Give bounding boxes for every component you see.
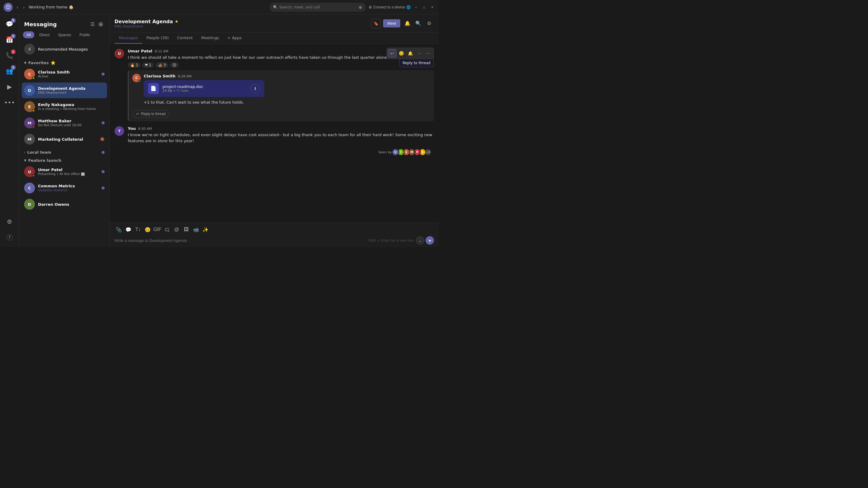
text-format-button[interactable]: T↕ [134, 225, 142, 234]
contact-item-common[interactable]: C Common Metrics Usability research [22, 180, 107, 196]
reaction-fire[interactable]: 🔥 1 [128, 62, 141, 68]
contact-status-clarissa: Active [38, 74, 98, 78]
rail-item-help[interactable]: ? [2, 230, 17, 245]
mention-button[interactable]: @ [173, 225, 181, 234]
avatar-development: D [24, 85, 35, 96]
rail-item-messaging[interactable]: 💬 5 [2, 17, 17, 31]
contact-item-matthew[interactable]: M Matthew Baker Do Not Disturb until 16:… [22, 115, 107, 131]
new-chat-button[interactable]: ⊕ [97, 19, 104, 29]
video-button[interactable]: 📹 [192, 225, 200, 234]
thread-text-clarissa: +1 to that. Can't wait to see what the f… [144, 99, 430, 105]
avatar-wrap-marketing: M [24, 134, 35, 144]
search-bar[interactable]: 🔍 Search, meet, and call ⊕ [270, 3, 366, 12]
reaction-thumbsup[interactable]: 👍🏽 3 [156, 62, 168, 68]
close-button[interactable]: × [430, 4, 435, 10]
user-avatar[interactable]: 😊 [4, 3, 13, 12]
rail-item-more[interactable]: ••• [2, 95, 17, 110]
rail-item-apps[interactable]: ▶ [2, 79, 17, 94]
reply-thread-action-button[interactable]: ↩ [388, 49, 396, 58]
apps-icon: ▶ [7, 83, 12, 90]
ai-button[interactable]: ✨ [201, 225, 210, 234]
filter-tab-direct[interactable]: Direct [36, 31, 53, 38]
unread-dot-umar [101, 170, 104, 173]
thread-sender-clarissa: Clarissa Smith [144, 74, 176, 78]
sticker-button[interactable]: 🗯 [163, 225, 171, 234]
filter-tab-all[interactable]: All [23, 31, 34, 38]
mute-icon: 🔕 [100, 137, 104, 141]
rail-item-contacts[interactable]: 👥 1 [2, 64, 17, 78]
settings-chat-icon[interactable]: ⚙ [424, 19, 434, 28]
edge-icon: 🌐 [406, 5, 411, 9]
sidebar: Messaging ☰ ⊕ All Direct Spaces Public ⚡… [19, 14, 110, 247]
reply-to-thread-tooltip: Reply to thread [399, 59, 434, 67]
avatar-wrap-clarissa: C [24, 69, 35, 79]
tab-meetings[interactable]: Meetings [197, 33, 223, 44]
contact-name-clarissa: Clarissa Smith [38, 70, 98, 74]
avatar-common: C [24, 183, 35, 193]
tab-messages[interactable]: Messages [115, 33, 142, 44]
avatar-wrap-darren: D [24, 199, 35, 210]
input-hint: Shift + Enter for a new line [369, 238, 413, 242]
reaction-smile-add[interactable]: 😊 [170, 62, 179, 68]
send-button[interactable]: ➤ [426, 236, 434, 245]
msg-name-umar: Umar Patel [128, 49, 152, 53]
sidebar-title: Messaging [24, 21, 57, 27]
contact-item-emily[interactable]: E Emily Nakagawa In a meeting • Working … [22, 99, 107, 115]
forward-button-action[interactable]: → [415, 49, 424, 58]
connect-device-button[interactable]: 🖥 Connect to a device 🌐 [368, 5, 411, 9]
title-bar: 😊 ‹ › Working from home 🏠 🔍 Search, meet… [0, 0, 439, 14]
emoji-button[interactable]: 😊 [144, 225, 152, 234]
image-button[interactable]: 🖼 [182, 225, 190, 234]
message-input[interactable] [115, 238, 366, 243]
app-window: 😊 ‹ › Working from home 🏠 🔍 Search, meet… [0, 0, 439, 247]
maximize-button[interactable]: □ [421, 4, 427, 10]
more-actions-button[interactable]: ⋯ [424, 49, 433, 58]
filter-icon[interactable]: ☰ [89, 19, 96, 29]
reply-to-thread-button[interactable]: ↩ Reply to thread [132, 110, 169, 118]
notify-button[interactable]: 🔔 [406, 49, 414, 58]
contact-item-umar[interactable]: U Umar Patel Presenting • At the office … [22, 164, 107, 180]
chat-tabs: Messages People (30) Content Meetings + … [110, 33, 439, 44]
tab-people[interactable]: People (30) [142, 33, 173, 44]
save-icon[interactable]: 🔖 [371, 19, 381, 28]
contact-item-clarissa[interactable]: C Clarissa Smith Active [22, 66, 107, 82]
file-download-button[interactable]: ⬇ [250, 84, 260, 93]
rail-item-calls[interactable]: 📞 1 [2, 48, 17, 63]
attach-file-button[interactable]: 📎 [115, 225, 123, 234]
file-icon: 📄 [148, 83, 159, 94]
favorites-section-header[interactable]: ▼ Favorites ⭐ [22, 58, 107, 66]
monitor-icon: 🖥 [368, 5, 372, 9]
sidebar-content: ⚡ Recommended Messages ▼ Favorites ⭐ C [19, 41, 110, 247]
emoji-reaction-button[interactable]: 😊 [397, 49, 405, 58]
forward-button[interactable]: › [22, 4, 27, 11]
contact-item-darren[interactable]: D Darren Owens [22, 196, 107, 212]
avatar-wrap-umar: U [24, 166, 35, 177]
contact-item-marketing[interactable]: M Marketing Collateral 🔕 [22, 131, 107, 147]
back-button[interactable]: ‹ [15, 4, 20, 11]
filter-tabs: All Direct Spaces Public [19, 31, 110, 38]
minimize-button[interactable]: − [413, 4, 419, 10]
search-messages-icon[interactable]: 🔍 [413, 19, 423, 28]
filter-tab-spaces[interactable]: Spaces [54, 31, 74, 38]
format-text-button[interactable]: 💬 [124, 225, 133, 234]
notifications-icon[interactable]: 🔔 [403, 19, 412, 28]
filter-tab-public[interactable]: Public [76, 31, 94, 38]
chat-header: Development Agenda ★ ENG Deployment 🔖 Me… [110, 14, 439, 33]
scroll-down-button[interactable]: ⌄ [416, 236, 424, 245]
meet-button[interactable]: Meet [383, 19, 400, 27]
favorites-label: Favorites [28, 61, 49, 65]
recommended-messages-item[interactable]: ⚡ Recommended Messages [22, 41, 107, 58]
tab-content[interactable]: Content [173, 33, 197, 44]
tab-add-apps[interactable]: + Apps [223, 33, 246, 44]
contact-status-emily: In a meeting • Working from home [38, 107, 104, 111]
local-team-section-header[interactable]: › Local team [22, 148, 107, 156]
rail-item-calendar[interactable]: 📅 1 [2, 33, 17, 47]
reaction-heart[interactable]: ❤️ 1 [142, 62, 154, 68]
rail-item-settings[interactable]: ⚙ [2, 215, 17, 229]
file-safe-label: Safe [181, 89, 188, 93]
chat-area: Development Agenda ★ ENG Deployment 🔖 Me… [110, 14, 439, 247]
feature-launch-section-header[interactable]: ▼ Feature launch [22, 156, 107, 164]
input-toolbar: 📎 💬 T↕ 😊 GIF 🗯 @ 🖼 📹 ✨ [115, 225, 434, 234]
contact-item-development[interactable]: D Development Agenda ENG Deployment [22, 83, 107, 98]
gif-button[interactable]: GIF [153, 225, 161, 234]
